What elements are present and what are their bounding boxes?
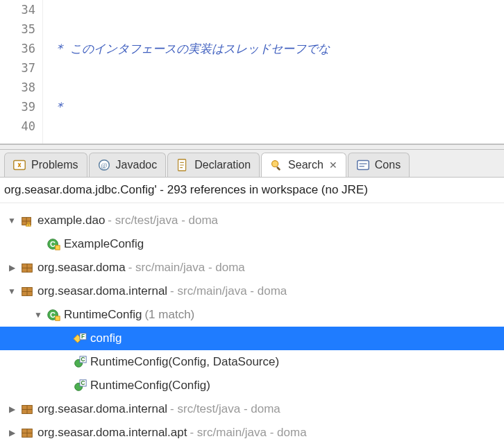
svg-rect-6 <box>358 161 369 170</box>
tree-label: example.dao <box>37 214 105 227</box>
expand-arrow-icon[interactable]: ▶ <box>7 263 17 273</box>
tree-label: RuntimeConfig <box>64 308 142 322</box>
tab-console[interactable]: Cons <box>348 153 410 177</box>
field-icon: F <box>72 331 87 346</box>
tab-label: Declaration <box>194 159 251 171</box>
line-number: 36 <box>0 39 35 58</box>
svg-point-8 <box>28 225 28 225</box>
tree-label: config <box>90 331 121 345</box>
svg-rect-12 <box>56 245 60 250</box>
tree-path: - src/test/java - doma <box>108 214 218 227</box>
tab-javadoc[interactable]: @ Javadoc <box>89 153 167 177</box>
declaration-icon <box>175 157 190 173</box>
search-summary: org.seasar.doma.jdbc.Config' - 293 refer… <box>0 178 504 203</box>
code-content[interactable]: * このインタフェースの実装はスレッドセーフでな * * @author tae… <box>43 0 504 144</box>
tree-row[interactable]: ▼C RuntimeConfig (1 match) <box>0 303 504 327</box>
tab-problems[interactable]: Problems <box>4 153 87 177</box>
code-comment: * <box>49 100 62 114</box>
line-number: 35 <box>0 19 35 39</box>
package-icon <box>19 425 35 440</box>
expand-arrow-icon[interactable]: ▶ <box>7 428 17 438</box>
tree-row[interactable]: C RuntimeConfig(Config, DataSource) <box>0 350 504 374</box>
tab-label: Cons <box>375 159 401 171</box>
tab-label: Problems <box>31 159 78 171</box>
tree-label: org.seasar.doma.internal.apt <box>37 426 187 440</box>
tree-label: org.seasar.doma <box>37 261 126 275</box>
tree-label: RuntimeConfig(Config, DataSource) <box>90 355 279 369</box>
line-number: 34 <box>0 0 35 19</box>
svg-rect-17 <box>56 316 60 320</box>
tab-label: Javadoc <box>116 159 158 171</box>
tree-row[interactable]: ▶ org.seasar.doma.internal - src/test/ja… <box>0 397 504 421</box>
line-number: 39 <box>0 97 35 117</box>
expand-arrow-icon[interactable]: ▼ <box>7 216 17 225</box>
class-icon: C <box>46 307 61 322</box>
line-number: 40 <box>0 117 35 136</box>
package-icon <box>19 284 35 299</box>
panel-divider[interactable] <box>0 144 504 150</box>
expand-arrow-icon[interactable]: ▼ <box>7 286 17 296</box>
tree-row[interactable]: C RuntimeConfig(Config) <box>0 374 504 397</box>
tab-declaration[interactable]: Declaration <box>167 153 260 177</box>
code-comment: * このインタフェースの実装はスレッドセーフでな <box>49 42 330 55</box>
tab-search[interactable]: Search ✕ <box>261 153 346 177</box>
svg-text:C: C <box>50 240 56 248</box>
tree-row[interactable]: F config <box>0 327 504 350</box>
search-results-tree[interactable]: ▼ example.dao - src/test/java - domaC Ex… <box>0 203 504 448</box>
package-icon <box>19 260 35 275</box>
problems-icon <box>12 157 27 173</box>
constructor-icon: C <box>72 354 87 370</box>
line-number: 37 <box>0 58 35 78</box>
tree-row[interactable]: ▶ org.seasar.doma.internal.apt - src/mai… <box>0 421 504 445</box>
search-icon <box>269 157 284 173</box>
console-icon <box>355 157 371 173</box>
tree-row[interactable]: ▼ example.dao - src/test/java - doma <box>0 209 504 232</box>
svg-text:C: C <box>81 380 85 386</box>
svg-rect-9 <box>28 223 28 225</box>
tree-row[interactable]: ▶ org.seasar.doma - src/main/java - doma <box>0 256 504 279</box>
constructor-icon: C <box>72 378 87 393</box>
svg-text:C: C <box>81 356 85 363</box>
tree-label: org.seasar.doma.internal <box>37 284 167 298</box>
class-icon: C <box>46 236 61 252</box>
svg-text:C: C <box>50 311 56 319</box>
tree-path: - src/test/java - doma <box>170 402 280 416</box>
package-icon <box>19 402 35 417</box>
tree-path: - src/main/java - doma <box>190 426 306 440</box>
tree-path: - src/main/java - doma <box>170 284 287 298</box>
line-number: 38 <box>0 78 35 97</box>
tree-row[interactable]: C ExampleConfig <box>0 232 504 256</box>
code-editor[interactable]: 34 35 36 37 38 39 40 * このインタフェースの実装はスレッド… <box>0 0 504 144</box>
svg-rect-5 <box>276 166 280 171</box>
bottom-panel-tabs: Problems @ Javadoc Declaration Search ✕ … <box>0 150 504 178</box>
tree-row[interactable]: ▼ org.seasar.doma.internal - src/main/ja… <box>0 279 504 303</box>
close-icon[interactable]: ✕ <box>329 160 337 171</box>
expand-arrow-icon[interactable]: ▼ <box>33 310 43 320</box>
tree-label: org.seasar.doma.internal <box>37 402 167 416</box>
svg-text:@: @ <box>101 162 107 169</box>
tree-label: ExampleConfig <box>64 237 144 251</box>
expand-arrow-icon[interactable]: ▶ <box>7 404 17 414</box>
line-gutter: 34 35 36 37 38 39 40 <box>0 0 43 144</box>
tree-path: - src/main/java - doma <box>128 261 245 275</box>
javadoc-icon: @ <box>96 157 112 173</box>
svg-text:F: F <box>81 334 85 340</box>
svg-point-4 <box>272 161 278 167</box>
tree-label: RuntimeConfig(Config) <box>90 379 210 393</box>
match-count: (1 match) <box>144 308 194 322</box>
tab-label: Search <box>288 159 324 171</box>
package-warn-icon <box>19 213 35 228</box>
